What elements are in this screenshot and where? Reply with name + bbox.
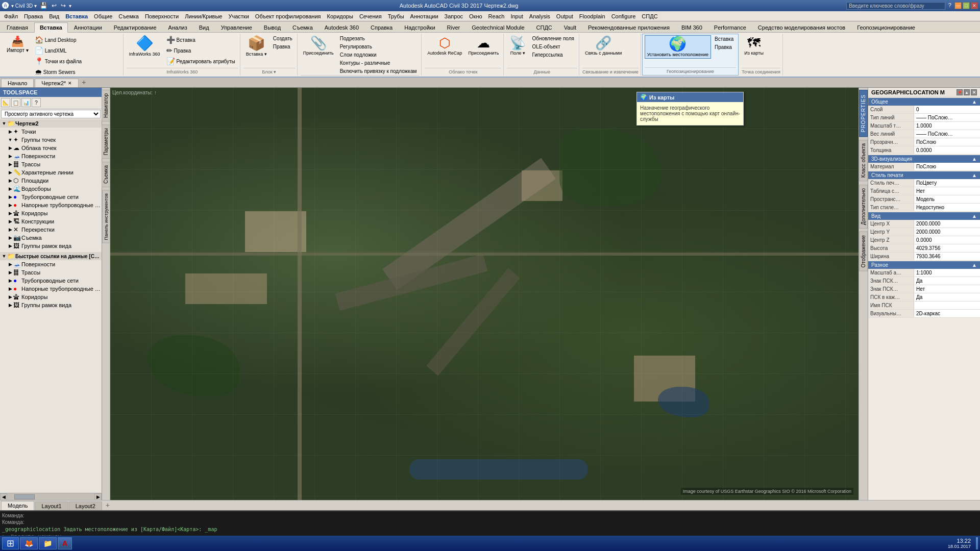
section-misc[interactable]: Разное ▲	[868, 261, 980, 269]
field-btn[interactable]: 📡 Поле ▾	[507, 35, 528, 57]
prop-style-type-value[interactable]: Недоступно	[914, 204, 980, 211]
prop-ltscale-value[interactable]: 1.0000	[914, 122, 980, 130]
datalink-btn[interactable]: 🔗 Связь с данными	[582, 35, 624, 57]
minimize-button[interactable]: —	[954, 2, 962, 9]
tree-feature-lines[interactable]: ▶ 📏 Характерные линии	[0, 168, 102, 177]
landxml-btn[interactable]: 📄 LandXML	[32, 45, 121, 56]
prop-cx-value[interactable]: 2000.0000	[914, 220, 980, 228]
tree-pressure-networks[interactable]: ▶ ● Напорные трубопроводные сети	[0, 201, 102, 209]
hscroll-left[interactable]: ◀	[0, 493, 7, 500]
prop-thickness-value[interactable]: 0.0000	[914, 146, 980, 154]
tab-geotech[interactable]: Geotechnical Module	[466, 22, 530, 32]
prop-height-value[interactable]: 4029.3756	[914, 244, 980, 252]
navigator-tab[interactable]: Навигатор	[102, 90, 110, 121]
menu-configure[interactable]: Configure	[608, 12, 639, 20]
edit-attr-btn[interactable]: 📝 Редактировать атрибуты	[164, 56, 238, 66]
panel-pin-icon[interactable]: 📌	[957, 89, 963, 95]
tree-catchments[interactable]: ▶ 🌊 Водосборы	[0, 185, 102, 193]
ts-btn-3[interactable]: 📊	[21, 98, 31, 107]
menu-annotations[interactable]: Аннотации	[407, 12, 442, 20]
tree-ql-alignments[interactable]: ▶ 🛤 Трассы	[0, 268, 102, 277]
menu-pipes[interactable]: Трубы	[385, 12, 407, 20]
tab-spds2[interactable]: СПДС	[531, 22, 558, 32]
tools-tab[interactable]: Панель инструментов	[102, 190, 110, 243]
doc-tab-drawing[interactable]: Чертеж2* ✕	[35, 79, 79, 87]
tree-ql-corridors[interactable]: ▶ 🛣 Коридоры	[0, 293, 102, 301]
tree-points[interactable]: ▶ ✦ Точки	[0, 128, 102, 136]
hscroll-thumb[interactable]	[14, 494, 35, 499]
adjust-btn[interactable]: Регулировать	[337, 43, 420, 51]
panel-close-icon[interactable]: ✕	[971, 89, 977, 95]
tree-intersections[interactable]: ▶ ✕ Перекрестки	[0, 226, 102, 234]
geo-edit-btn[interactable]: Правка	[712, 43, 736, 51]
from-map-btn[interactable]: 🗺 Из карты	[742, 35, 766, 57]
search-box[interactable]: Введите ключевое слово/фразу	[846, 2, 945, 10]
cloud-attach-btn[interactable]: ☁ Присоединить	[465, 35, 501, 57]
edit-block-btn[interactable]: Правка	[271, 43, 295, 51]
menu-analysis[interactable]: Analysis	[526, 12, 553, 20]
ole-btn[interactable]: OLE-объект	[529, 43, 577, 51]
ts-btn-1[interactable]: 📐	[1, 98, 10, 107]
tab-analyze[interactable]: Анализ	[163, 22, 193, 32]
prop-print-style-value[interactable]: ПоЦвету	[914, 179, 980, 187]
insert-block-btn[interactable]: 📦 Вставка ▾	[243, 35, 270, 58]
menu-general[interactable]: Общие	[91, 12, 115, 20]
tab-a360[interactable]: Autodesk 360	[319, 22, 364, 32]
doc-tab-start[interactable]: Начало	[1, 79, 34, 87]
viewport-tab-add[interactable]: +	[103, 500, 113, 510]
storm-sewers-btn[interactable]: 🌧 Storm Sewers	[32, 67, 121, 77]
menu-floodplain[interactable]: Floodplain	[576, 12, 608, 20]
tree-point-groups[interactable]: ▼ ✦ Группы точек	[0, 136, 102, 144]
tree-alignments[interactable]: ▶ 🛤 Трассы	[0, 160, 102, 168]
landdesktop-btn[interactable]: 🏠 Land Desktop	[32, 35, 121, 45]
tab-insert[interactable]: Вставка	[34, 22, 68, 33]
tree-survey[interactable]: ▶ 📷 Съемка	[0, 234, 102, 242]
hyperlink-btn[interactable]: Гиперссылка	[529, 51, 577, 59]
infraworks-big-btn[interactable]: 🔷 InfraWorks 360	[127, 35, 163, 58]
tab-manage[interactable]: Управление	[215, 22, 258, 32]
trim-btn[interactable]: Подрезать	[337, 35, 420, 42]
tree-surfaces[interactable]: ▶ 🗻 Поверхности	[0, 152, 102, 160]
ts-btn-2[interactable]: 📋	[11, 98, 20, 107]
prop-table-value[interactable]: Нет	[914, 187, 980, 195]
menu-cross[interactable]: Сечения	[356, 12, 385, 20]
points-file-btn[interactable]: 📍 Точки из файла	[32, 56, 121, 66]
display-vtab[interactable]: Отображение	[859, 232, 868, 271]
prop-lineweight-value[interactable]: —— ПоСлою…	[914, 130, 980, 138]
menu-window[interactable]: Окно	[466, 12, 485, 20]
set-location-btn[interactable]: 🌍 Установить местоположение	[645, 35, 711, 59]
prop-ucs-name-value[interactable]	[914, 302, 980, 309]
tab-bridges[interactable]: Средство моделирования мостов	[752, 22, 851, 32]
tree-ql-pipes[interactable]: ▶ ● Трубопроводные сети	[0, 277, 102, 285]
menu-surfaces[interactable]: Поверхности	[142, 12, 182, 20]
tab-edit[interactable]: Редактирование	[108, 22, 162, 32]
prop-cz-value[interactable]: 0.0000	[914, 236, 980, 244]
layers-btn[interactable]: Слои подложки	[337, 51, 420, 59]
tree-ql-surfaces[interactable]: ▶ 🗻 Поверхности	[0, 260, 102, 268]
update-field-btn[interactable]: Обновление поля	[529, 35, 577, 42]
tab-help[interactable]: Справка	[365, 22, 398, 32]
toolspace-hscroll[interactable]: ◀ ▶	[0, 493, 102, 500]
import-big-btn[interactable]: 📥 Импорт ▾	[4, 35, 31, 55]
prop-material-value[interactable]: ПоСлою	[914, 163, 980, 170]
tab-bim360[interactable]: BIM 360	[676, 22, 708, 32]
doc-tab-close-icon[interactable]: ✕	[68, 81, 72, 86]
maximize-button[interactable]: □	[963, 2, 970, 9]
tab-home[interactable]: Главная	[1, 22, 34, 32]
viewport-tab-layout2[interactable]: Layout2	[69, 502, 102, 510]
tab-vault[interactable]: Vault	[558, 22, 582, 32]
prop-scale-annot-value[interactable]: 1:1000	[914, 269, 980, 277]
doc-tab-add[interactable]: +	[79, 77, 89, 87]
menu-view[interactable]: Вид	[46, 12, 62, 20]
autocad-taskbar-btn[interactable]: A	[58, 537, 72, 549]
tree-clouds[interactable]: ▶ ☁ Облака точек	[0, 144, 102, 152]
menu-input[interactable]: Input	[507, 12, 526, 20]
menu-profiling[interactable]: Объект профилирования	[252, 12, 324, 20]
prop-ucs-each-value[interactable]: Да	[914, 293, 980, 301]
prop-layer-value[interactable]: 0	[914, 106, 980, 113]
tab-plugins[interactable]: Надстройки	[399, 22, 440, 32]
prop-width-value[interactable]: 7930.3646	[914, 253, 980, 260]
menu-spds[interactable]: СПДС	[639, 12, 660, 20]
tab-output[interactable]: Вывод	[258, 22, 286, 32]
tree-viewframes[interactable]: ▶ 🖼 Группы рамок вида	[0, 242, 102, 250]
